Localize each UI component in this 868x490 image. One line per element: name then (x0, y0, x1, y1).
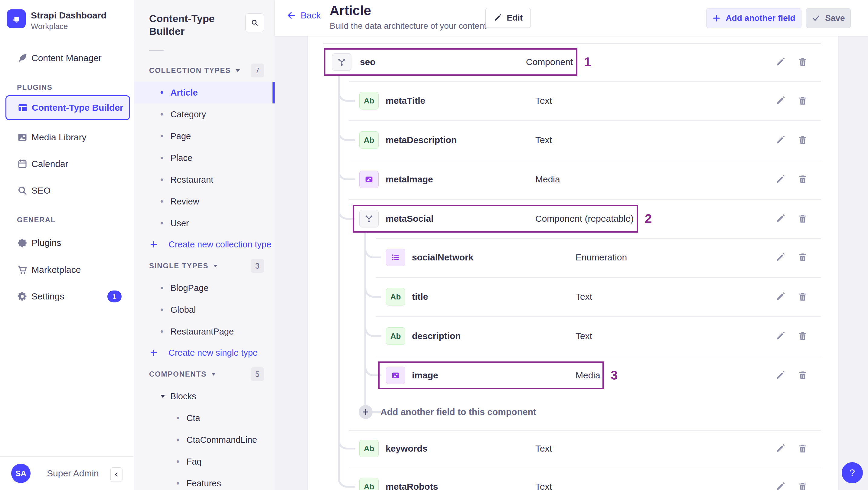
builder-sidebar-title: Content-Type Builder (149, 12, 240, 37)
row-divider (349, 468, 821, 468)
puzzle-icon (17, 238, 28, 248)
delete-field-button[interactable] (796, 480, 809, 490)
field-row-metatitle: Ab metaTitle Text (308, 81, 838, 120)
sidebar-item-label: Plugins (31, 238, 61, 248)
component-item-ctacommandline[interactable]: •CtaCommandLine (134, 429, 275, 451)
field-name: description (412, 331, 461, 341)
sidebar-item-content-manager[interactable]: Content Manager (0, 47, 134, 69)
workspace-switcher[interactable]: Strapi Dashboard Workplace (0, 0, 134, 40)
count-badge: 7 (251, 63, 264, 78)
sidebar-item-plugins[interactable]: Plugins (0, 232, 134, 254)
delete-field-button[interactable] (796, 55, 809, 69)
field-row-metadescription: Ab metaDescription Text (308, 120, 838, 160)
edit-field-button[interactable] (774, 94, 787, 108)
save-button[interactable]: Save (806, 8, 851, 28)
edit-field-button[interactable] (774, 369, 787, 382)
delete-field-button[interactable] (796, 290, 809, 303)
page-header: Back Article Build the data architecture… (275, 0, 868, 36)
edit-field-button[interactable] (774, 133, 787, 147)
type-item-label: Global (170, 305, 196, 315)
sidebar-item-seo[interactable]: SEO (0, 180, 134, 202)
action-create-new-single-type[interactable]: Create new single type (134, 342, 275, 363)
delete-field-button[interactable] (796, 133, 809, 147)
type-item-label: Category (170, 110, 206, 120)
avatar[interactable]: SA (11, 464, 31, 483)
type-item-label: Page (170, 131, 191, 141)
component-field-icon (359, 210, 379, 227)
type-item-restaurantpage[interactable]: •RestaurantPage (134, 320, 275, 342)
edit-button[interactable]: Edit (486, 8, 531, 28)
search-button[interactable] (245, 13, 264, 32)
add-another-field-button[interactable]: Add another field (706, 8, 802, 28)
type-item-restaurant[interactable]: •Restaurant (134, 169, 275, 190)
type-item-page[interactable]: •Page (134, 125, 275, 147)
section-heading-components[interactable]: COMPONENTS5 (134, 363, 275, 385)
sidebar-item-marketplace[interactable]: Marketplace (0, 259, 134, 281)
sidebar-section-heading: GENERAL (17, 215, 56, 224)
sidebar-item-label: Media Library (31, 132, 87, 143)
text-field-icon: Ab (359, 92, 379, 110)
section-heading-single-types[interactable]: SINGLE TYPES3 (134, 255, 275, 277)
component-group-blocks[interactable]: Blocks (134, 385, 275, 407)
bullet-icon: • (176, 414, 180, 423)
pencil-icon (775, 174, 785, 184)
media-field-icon (359, 171, 379, 188)
chevron-down-icon (236, 69, 240, 72)
bullet-icon: • (160, 305, 164, 314)
field-type: Text (576, 331, 592, 341)
back-link[interactable]: Back (287, 10, 321, 21)
field-type: Enumeration (576, 252, 627, 263)
sidebar-item-media-library[interactable]: Media Library (0, 126, 134, 148)
annotation-number: 3 (611, 368, 618, 382)
delete-field-button[interactable] (796, 212, 809, 225)
fields-card: seo Component 1 Ab metaTitle Text Ab met… (308, 36, 838, 490)
delete-field-button[interactable] (796, 94, 809, 108)
field-row-metasocial: metaSocial Component (repeatable) (308, 199, 838, 238)
search-icon (17, 185, 28, 196)
save-label: Save (825, 13, 845, 23)
type-item-label: RestaurantPage (170, 327, 234, 337)
component-item-features[interactable]: •Features (134, 472, 275, 490)
component-item-label: CtaCommandLine (187, 435, 257, 445)
delete-field-button[interactable] (796, 329, 809, 343)
type-item-user[interactable]: •User (134, 212, 275, 234)
ab-glyph: Ab (364, 482, 374, 490)
delete-field-button[interactable] (796, 173, 809, 186)
delete-field-button[interactable] (796, 369, 809, 382)
bullet-icon: • (160, 175, 164, 184)
type-item-blogpage[interactable]: •BlogPage (134, 277, 275, 299)
type-item-global[interactable]: •Global (134, 299, 275, 320)
field-row-image: image Media (308, 356, 838, 395)
component-item-cta[interactable]: •Cta (134, 407, 275, 429)
collapse-sidebar-button[interactable] (111, 467, 123, 482)
add-field-to-component-row[interactable]: Add another field to this component (308, 392, 838, 432)
sidebar-item-content-type-builder[interactable]: Content-Type Builder (5, 95, 130, 120)
add-field-plus-button[interactable] (359, 405, 373, 419)
edit-field-button[interactable] (774, 173, 787, 186)
edit-field-button[interactable] (774, 480, 787, 490)
component-item-faq[interactable]: •Faq (134, 451, 275, 472)
action-create-new-collection-type[interactable]: Create new collection type (134, 234, 275, 255)
chevron-down-icon (160, 395, 165, 398)
delete-field-button[interactable] (796, 251, 809, 264)
help-button[interactable]: ? (842, 462, 863, 483)
type-item-category[interactable]: •Category (134, 103, 275, 125)
type-item-place[interactable]: •Place (134, 147, 275, 169)
edit-field-button[interactable] (774, 442, 787, 455)
edit-field-button[interactable] (774, 251, 787, 264)
edit-field-button[interactable] (774, 329, 787, 343)
section-heading-collection-types[interactable]: COLLECTION TYPES7 (134, 59, 275, 82)
edit-field-button[interactable] (774, 290, 787, 303)
chevron-down-icon (211, 373, 216, 376)
type-item-review[interactable]: •Review (134, 190, 275, 212)
type-item-article[interactable]: •Article (134, 82, 275, 103)
sidebar-item-settings[interactable]: Settings1 (0, 285, 134, 307)
edit-field-button[interactable] (774, 55, 787, 69)
pencil-icon (775, 252, 785, 263)
field-type: Media (535, 174, 560, 184)
sidebar-item-calendar[interactable]: Calendar (0, 153, 134, 175)
trash-icon (798, 443, 808, 454)
bullet-icon: • (160, 110, 164, 119)
edit-field-button[interactable] (774, 212, 787, 225)
delete-field-button[interactable] (796, 442, 809, 455)
